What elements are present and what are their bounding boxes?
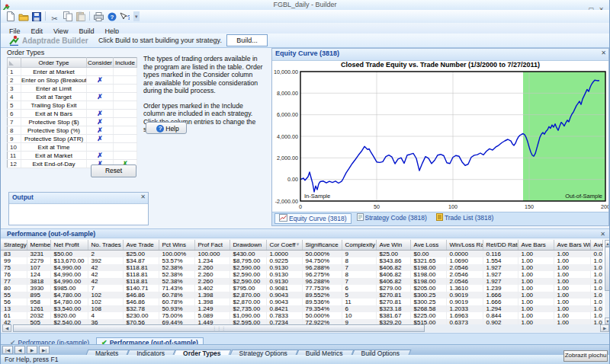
- table-row[interactable]: 612032$920.004$230.0075.00%5.089$1,090.0…: [1, 312, 602, 319]
- prev-tab-icon[interactable]: ◀: [14, 346, 25, 354]
- consider-cell[interactable]: ✗: [87, 118, 114, 126]
- consider-cell[interactable]: ✗: [87, 110, 114, 118]
- order-type-name: Exit at Market: [21, 152, 87, 160]
- help-button[interactable]: ?Help: [146, 122, 187, 134]
- tab-equity-curve-[interactable]: Equity Curve (3818): [274, 213, 352, 224]
- order-col-header[interactable]: Include: [114, 58, 137, 68]
- print-icon[interactable]: [93, 11, 104, 22]
- consider-cell[interactable]: ✗: [87, 126, 114, 135]
- tab-strategy-code-[interactable]: Strategy Code (3818): [353, 213, 431, 222]
- include-cell[interactable]: [114, 152, 137, 160]
- horizontal-scroll-thumb[interactable]: ⋮⋮⋮: [13, 324, 425, 332]
- paste-icon[interactable]: [75, 11, 86, 22]
- toolbar-separator: [45, 11, 46, 21]
- perf-col-header[interactable]: Ave Win: [376, 240, 410, 251]
- horizontal-scrollbar[interactable]: ◀ ⋮⋮⋮ ▶: [1, 324, 610, 332]
- perf-cell: $32.78: [123, 305, 159, 312]
- tab-trade-list-[interactable]: Trade List (3818): [432, 213, 497, 222]
- perf-cell: 1.00: [518, 319, 554, 324]
- perf-col-header[interactable]: Strategy: [1, 240, 27, 251]
- copy-icon[interactable]: [62, 11, 73, 22]
- perf-cell: $198.00: [410, 278, 446, 285]
- window-title: FGBL_daily - Builder: [1, 1, 609, 8]
- consider-cell[interactable]: ✗: [87, 93, 114, 101]
- perf-col-header[interactable]: Win/Loss Ratio: [446, 240, 483, 251]
- table-row[interactable]: 75107$4,990.0042$118.8152.38%2.260$2,590…: [1, 264, 602, 271]
- reset-button[interactable]: Reset: [91, 164, 136, 177]
- new-document-icon[interactable]: [5, 11, 16, 22]
- toolbar-separator: [89, 11, 90, 21]
- last-tab-icon[interactable]: ▶|: [39, 346, 50, 354]
- consider-cell[interactable]: ✗: [87, 135, 114, 143]
- scroll-right-icon[interactable]: ▶: [600, 324, 609, 332]
- perf-col-header[interactable]: Pct Wins: [159, 240, 194, 251]
- perf-col-header[interactable]: Ave Loss: [410, 240, 446, 251]
- perf-col-header[interactable]: Net Profit: [50, 240, 88, 251]
- table-row[interactable]: 76124$4,990.0042$118.8152.38%2.260$2,590…: [1, 271, 602, 278]
- consider-cell[interactable]: [87, 85, 114, 93]
- perf-cell: 83: [1, 251, 27, 258]
- close-icon[interactable]: ✕: [600, 231, 605, 238]
- include-cell[interactable]: [114, 126, 137, 135]
- include-cell[interactable]: [114, 135, 137, 143]
- help-icon[interactable]: ?: [106, 11, 117, 22]
- vertical-scrollbar[interactable]: ▲ ▼: [605, 240, 610, 324]
- perf-col-header[interactable]: No. Trades: [88, 240, 123, 251]
- include-cell[interactable]: [114, 93, 137, 101]
- table-row[interactable]: 803930$985.007$140.7171.43%3.402$795.000…: [1, 285, 602, 292]
- save-icon[interactable]: [30, 11, 42, 22]
- table-row[interactable]: 56958$4,780.00102$46.8660.78%1.398$2,870…: [1, 299, 602, 305]
- include-cell[interactable]: [114, 101, 137, 110]
- perf-col-header[interactable]: Member: [27, 240, 50, 251]
- cut-icon[interactable]: ✂: [49, 11, 60, 22]
- order-col-header[interactable]: Order Type: [21, 58, 87, 68]
- close-icon[interactable]: ✕: [140, 193, 146, 200]
- include-cell[interactable]: [114, 85, 137, 93]
- vertical-scroll-thumb[interactable]: [605, 247, 610, 291]
- include-cell[interactable]: [114, 76, 137, 85]
- table-row[interactable]: 42505$2,540.0036$70.5669.44%1.449$2,595.…: [1, 319, 602, 324]
- include-cell[interactable]: [114, 110, 137, 118]
- toolbar-overflow-icon[interactable]: ▾: [133, 11, 140, 21]
- open-folder-icon[interactable]: [18, 11, 29, 22]
- consider-cell[interactable]: ✗: [87, 76, 114, 85]
- perf-col-header[interactable]: Prof Fact: [194, 240, 230, 251]
- perf-col-header[interactable]: Cor Coeff▼: [266, 240, 302, 251]
- show-desktop-button[interactable]: Zobrazit plochu: [563, 350, 608, 362]
- builder-window: { "window": {"title": "FGBL_daily - Buil…: [0, 0, 610, 364]
- include-cell[interactable]: [114, 68, 137, 76]
- perf-col-header[interactable]: Complexity: [342, 240, 376, 251]
- table-row[interactable]: 131261$3,540.00108$32.7850.93%1.249$2,73…: [1, 305, 602, 312]
- perf-col-header[interactable]: Ave: [590, 240, 602, 251]
- perf-cell: 42: [1, 319, 27, 324]
- table-row[interactable]: 55895$4,780.00102$46.8660.78%1.398$2,870…: [1, 292, 602, 299]
- next-tab-icon[interactable]: ▶: [27, 346, 37, 354]
- include-cell[interactable]: [114, 118, 137, 126]
- build-button[interactable]: Build...: [226, 34, 268, 46]
- scroll-up-icon[interactable]: ▲: [605, 240, 610, 247]
- consider-cell[interactable]: [87, 143, 114, 152]
- perf-cell: 1.00: [518, 299, 554, 305]
- table-row[interactable]: 773818$4,990.0042$118.8152.38%2.260$2,59…: [1, 278, 602, 285]
- consider-cell[interactable]: ✗: [87, 152, 114, 160]
- perf-col-header[interactable]: Ave Trade: [123, 240, 159, 251]
- perf-col-header[interactable]: Significance: [302, 240, 342, 251]
- perf-col-header[interactable]: Ave Bars Wins: [554, 240, 590, 251]
- include-cell[interactable]: [114, 143, 137, 152]
- status-text: For Help, press F1: [5, 356, 58, 363]
- perf-cell: 1.249: [194, 305, 230, 312]
- perf-col-header[interactable]: Ret/DD Ratio: [483, 240, 518, 251]
- scroll-down-icon[interactable]: ▼: [605, 318, 610, 324]
- first-tab-icon[interactable]: |◀: [2, 346, 13, 354]
- table-row[interactable]: 833231$50.002$25.00100.00%100.000$430.00…: [1, 251, 602, 258]
- close-icon[interactable]: ✕: [601, 49, 606, 56]
- consider-cell[interactable]: [87, 101, 114, 110]
- perf-col-header[interactable]: Drawdown: [230, 240, 266, 251]
- perf-cell: 1.0: [590, 271, 602, 278]
- perf-col-header[interactable]: Ave Bars: [518, 240, 554, 251]
- scroll-left-icon[interactable]: ◀: [2, 324, 11, 332]
- table-row[interactable]: 992279$13,670.00392$34.8753.57%1.234$8,7…: [1, 257, 602, 264]
- context-help-icon[interactable]: ?: [119, 11, 130, 22]
- order-col-header[interactable]: Consider: [87, 58, 114, 68]
- consider-cell[interactable]: [87, 68, 114, 76]
